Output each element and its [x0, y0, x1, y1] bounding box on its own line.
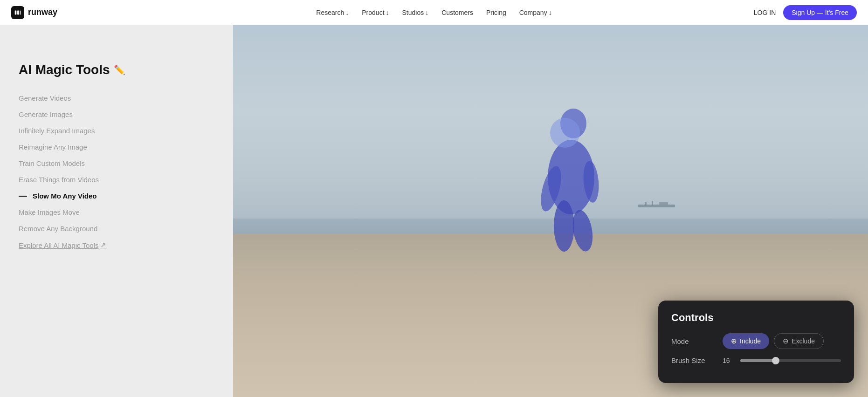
sidebar-item-generate-images[interactable]: Generate Images — [19, 107, 214, 122]
image-panel: Controls Mode ⊕ Include ⊖ Exclude — [233, 25, 868, 397]
brush-size-label: Brush Size — [671, 356, 723, 364]
brush-slider-thumb[interactable] — [772, 357, 779, 364]
magic-wand-icon: ✏️ — [114, 64, 125, 75]
nav-research[interactable]: Research ↓ — [316, 9, 349, 16]
svg-rect-1 — [17, 10, 19, 14]
sidebar-item-train-models[interactable]: Train Custom Models — [19, 156, 214, 171]
nav-actions: LOG IN Sign Up — It's Free — [754, 5, 857, 20]
nav-company[interactable]: Company ↓ — [519, 9, 552, 16]
svg-rect-3 — [638, 205, 675, 207]
explore-all-link[interactable]: Explore All AI Magic Tools ↗ — [19, 241, 214, 249]
sidebar-item-expand-images[interactable]: Infinitely Expand Images — [19, 123, 214, 138]
sidebar: AI Magic Tools ✏️ Generate Videos Genera… — [0, 25, 233, 397]
brush-size-row: Brush Size 16 — [671, 356, 841, 364]
chevron-down-icon: ↓ — [345, 9, 349, 16]
external-link-icon: ↗ — [100, 241, 106, 249]
active-indicator — [19, 196, 27, 197]
person-selection — [531, 107, 611, 252]
chevron-down-icon: ↓ — [386, 9, 389, 16]
mode-label: Mode — [671, 337, 723, 345]
controls-title: Controls — [671, 312, 841, 324]
svg-rect-2 — [20, 10, 21, 14]
mode-row: Mode ⊕ Include ⊖ Exclude — [671, 333, 841, 349]
svg-rect-5 — [652, 201, 653, 205]
logo-icon — [11, 6, 24, 19]
page-body: AI Magic Tools ✏️ Generate Videos Genera… — [0, 0, 868, 397]
logo-text: runway — [28, 7, 57, 17]
signup-button[interactable]: Sign Up — It's Free — [783, 5, 857, 20]
svg-point-9 — [554, 200, 574, 252]
include-button[interactable]: ⊕ Include — [723, 333, 769, 349]
main-content: Controls Mode ⊕ Include ⊖ Exclude — [233, 25, 868, 397]
sidebar-menu: Generate Videos Generate Images Infinite… — [19, 90, 214, 249]
brush-slider-fill — [740, 359, 776, 362]
sidebar-item-reimagine[interactable]: Reimagine Any Image — [19, 139, 214, 155]
brush-slider[interactable] — [740, 359, 841, 362]
nav-studios[interactable]: Studios ↓ — [402, 9, 429, 16]
logo[interactable]: runway — [11, 6, 57, 19]
navbar: runway Research ↓ Product ↓ Studios ↓ Cu… — [0, 0, 868, 25]
svg-rect-0 — [15, 10, 17, 14]
sidebar-title: AI Magic Tools ✏️ — [19, 62, 214, 77]
nav-customers[interactable]: Customers — [441, 9, 473, 16]
mode-buttons: ⊕ Include ⊖ Exclude — [723, 333, 824, 349]
sidebar-item-erase-videos[interactable]: Erase Things from Videos — [19, 172, 214, 187]
sidebar-item-generate-videos[interactable]: Generate Videos — [19, 90, 214, 106]
login-button[interactable]: LOG IN — [754, 9, 776, 16]
chevron-down-icon: ↓ — [549, 9, 552, 16]
exclude-button[interactable]: ⊖ Exclude — [774, 333, 824, 349]
nav-product[interactable]: Product ↓ — [362, 9, 389, 16]
controls-panel: Controls Mode ⊕ Include ⊖ Exclude — [658, 301, 854, 383]
nav-pricing[interactable]: Pricing — [486, 9, 506, 16]
plus-circle-icon: ⊕ — [731, 337, 737, 345]
ship-silhouette — [635, 200, 677, 209]
chevron-down-icon: ↓ — [425, 9, 428, 16]
nav-links: Research ↓ Product ↓ Studios ↓ Customers… — [316, 9, 551, 16]
svg-rect-6 — [659, 202, 668, 205]
brush-value: 16 — [723, 357, 734, 364]
sidebar-item-make-move[interactable]: Make Images Move — [19, 205, 214, 220]
svg-rect-4 — [645, 202, 647, 205]
svg-point-10 — [570, 208, 596, 252]
svg-point-13 — [550, 118, 580, 148]
sidebar-item-slow-mo[interactable]: Slow Mo Any Video — [19, 188, 214, 204]
minus-circle-icon: ⊖ — [783, 337, 789, 345]
sidebar-item-remove-background[interactable]: Remove Any Background — [19, 221, 214, 236]
